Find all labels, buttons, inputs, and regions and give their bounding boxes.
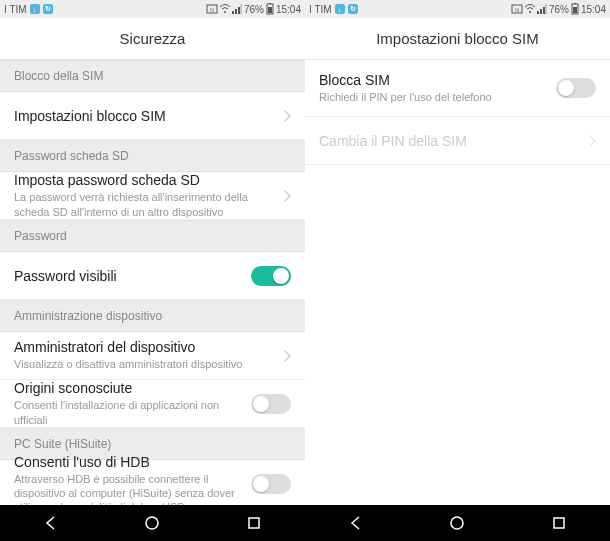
row-unknown-sources[interactable]: Origini sconosciute Consenti l'installaz… (0, 380, 305, 428)
row-set-sd-password[interactable]: Imposta password scheda SD La password v… (0, 172, 305, 220)
nav-back-button[interactable] (27, 505, 75, 541)
svg-point-2 (224, 11, 226, 13)
svg-text:N: N (515, 7, 519, 13)
label: Origini sconosciute (14, 380, 243, 396)
section-device-admin: Amministrazione dispositivo (0, 300, 305, 332)
label: Amministratori del dispositivo (14, 339, 273, 355)
carrier-label: I TIM (4, 4, 27, 15)
nav-recent-button[interactable] (230, 505, 278, 541)
section-sd-password: Password scheda SD (0, 140, 305, 172)
app-icon-2: ↻ (348, 4, 358, 14)
app-icon-2: ↻ (43, 4, 53, 14)
svg-rect-8 (269, 3, 271, 4)
label: Cambia il PIN della SIM (319, 133, 578, 149)
toggle-allow-hdb[interactable] (251, 474, 291, 494)
label: Blocca SIM (319, 72, 548, 88)
page-title: Sicurezza (0, 18, 305, 60)
clock: 15:04 (581, 4, 606, 15)
svg-text:N: N (210, 7, 214, 13)
sublabel: Attraverso HDB è possibile connettere il… (14, 472, 243, 505)
label: Imposta password scheda SD (14, 172, 273, 188)
status-bar: I TIM ↓ ↻ N 76% 15:04 (0, 0, 305, 18)
navigation-bar (305, 505, 610, 541)
signal-icon (537, 4, 547, 14)
svg-rect-23 (554, 518, 564, 528)
svg-rect-3 (232, 11, 234, 14)
svg-point-10 (146, 517, 158, 529)
toggle-lock-sim[interactable] (556, 78, 596, 98)
nav-recent-button[interactable] (535, 505, 583, 541)
row-sim-lock-settings[interactable]: Impostazioni blocco SIM (0, 92, 305, 140)
carrier-label: I TIM (309, 4, 332, 15)
battery-percent: 76% (549, 4, 569, 15)
nav-back-button[interactable] (332, 505, 380, 541)
label: Password visibili (14, 268, 243, 284)
svg-rect-18 (546, 5, 547, 14)
svg-rect-6 (241, 5, 242, 14)
row-lock-sim[interactable]: Blocca SIM Richiedi il PIN per l'uso del… (305, 60, 610, 117)
svg-rect-9 (268, 7, 272, 13)
sublabel: Richiedi il PIN per l'uso del telefono (319, 90, 548, 104)
svg-rect-4 (235, 9, 237, 14)
chevron-right-icon (584, 135, 595, 146)
app-icon-1: ↓ (335, 4, 345, 14)
status-bar: I TIM ↓ ↻ N 76% 15:04 (305, 0, 610, 18)
nfc-icon: N (206, 4, 218, 14)
label: Consenti l'uso di HDB (14, 454, 243, 470)
wifi-icon (525, 4, 535, 14)
app-icon-1: ↓ (30, 4, 40, 14)
nav-home-button[interactable] (433, 505, 481, 541)
battery-percent: 76% (244, 4, 264, 15)
svg-rect-5 (238, 7, 240, 14)
svg-rect-21 (573, 7, 577, 13)
row-change-sim-pin: Cambia il PIN della SIM (305, 117, 610, 165)
page-title: Impostazioni blocco SIM (305, 18, 610, 60)
nfc-icon: N (511, 4, 523, 14)
row-visible-passwords[interactable]: Password visibili (0, 252, 305, 300)
signal-icon (232, 4, 242, 14)
navigation-bar (0, 505, 305, 541)
section-sim-lock: Blocco della SIM (0, 60, 305, 92)
battery-icon (266, 3, 274, 15)
sublabel: Consenti l'installazione di applicazioni… (14, 398, 243, 427)
toggle-unknown-sources[interactable] (251, 394, 291, 414)
screen-sim-lock-settings: I TIM ↓ ↻ N 76% 15:04 Impostazioni blocc… (305, 0, 610, 541)
toggle-visible-passwords[interactable] (251, 266, 291, 286)
svg-rect-15 (537, 11, 539, 14)
svg-rect-16 (540, 9, 542, 14)
wifi-icon (220, 4, 230, 14)
sublabel: Visualizza o disattiva amministratori di… (14, 357, 273, 371)
svg-rect-11 (249, 518, 259, 528)
clock: 15:04 (276, 4, 301, 15)
label: Impostazioni blocco SIM (14, 108, 273, 124)
svg-rect-17 (543, 7, 545, 14)
svg-rect-20 (574, 3, 576, 4)
chevron-right-icon (279, 350, 290, 361)
section-password: Password (0, 220, 305, 252)
nav-home-button[interactable] (128, 505, 176, 541)
sublabel: La password verrà richiesta all'inserime… (14, 190, 273, 219)
svg-point-14 (529, 11, 531, 13)
chevron-right-icon (279, 190, 290, 201)
chevron-right-icon (279, 110, 290, 121)
row-device-admins[interactable]: Amministratori del dispositivo Visualizz… (0, 332, 305, 380)
row-allow-hdb[interactable]: Consenti l'uso di HDB Attraverso HDB è p… (0, 460, 305, 505)
svg-point-22 (451, 517, 463, 529)
screen-security: I TIM ↓ ↻ N 76% 15:04 Sicurezza Blocco d… (0, 0, 305, 541)
battery-icon (571, 3, 579, 15)
